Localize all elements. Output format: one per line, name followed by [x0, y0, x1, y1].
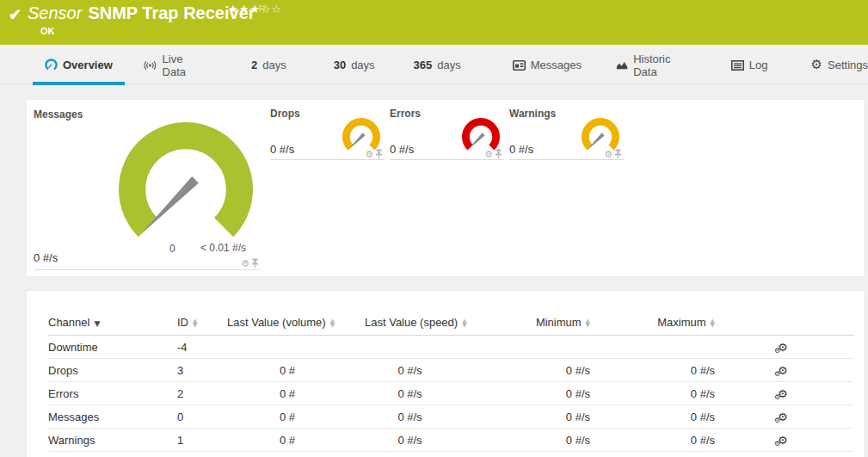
gauge-title: Errors — [390, 108, 421, 120]
broadcast-icon — [143, 59, 157, 71]
last-value-volume: 0 # — [227, 387, 348, 400]
gear-icon: ⚙ — [811, 59, 822, 71]
minimum-value: 0 #/s — [472, 434, 597, 447]
channel-name[interactable]: Messages — [48, 411, 177, 423]
channel-settings-icon[interactable]: ⚙ — [365, 150, 373, 159]
tab-label: days — [351, 59, 374, 71]
channel-id: 3 — [177, 364, 227, 377]
main-gauge — [119, 122, 253, 256]
gauge-scale-max: < 0.01 #/s — [200, 242, 246, 254]
overview-gauges-panel: Messages 0 < 0.01 #/s 0 #/s ⚙ Drops 0 #/… — [26, 99, 865, 277]
sort-icon[interactable]: ▲▼ — [330, 319, 335, 327]
maximum-value: 0 #/s — [597, 387, 722, 400]
col-header-last-value-speed[interactable]: Last Value (speed)▲▼ — [348, 316, 472, 329]
tab-number: 2 — [251, 59, 257, 71]
channel-name[interactable]: Warnings — [48, 434, 177, 447]
tab-messages[interactable]: Messages — [513, 45, 582, 84]
area-chart-icon — [616, 59, 628, 71]
priority-stars[interactable]: ★★★☆☆ — [228, 3, 282, 15]
sensor-status-bar: ✔ SensorSNMP Trap Receiver⚐ ★★★☆☆ OK — [0, 0, 868, 45]
gauge-title: Messages — [34, 108, 83, 120]
col-header-minimum[interactable]: Minimum▲▼ — [472, 316, 597, 329]
tab-historic-data[interactable]: Historic Data — [616, 45, 690, 84]
gauge-value: 0 #/s — [270, 143, 294, 156]
gauge-tile-errors[interactable]: Errors 0 #/s ⚙ — [390, 106, 504, 160]
pin-icon[interactable] — [614, 149, 622, 159]
gauge-value: 0 #/s — [509, 143, 533, 156]
channel-table-panel: Channel▼ ID▲▼ Last Value (volume)▲▼ Last… — [26, 290, 865, 457]
channel-settings-icon[interactable]: ⚙ — [604, 150, 613, 159]
last-value-speed: 0 #/s — [348, 434, 472, 447]
channel-id: -4 — [177, 341, 227, 354]
log-list-icon — [731, 60, 744, 71]
stars-filled: ★★★ — [228, 3, 261, 15]
sort-icon[interactable]: ▲▼ — [462, 319, 466, 327]
last-value-volume: 0 # — [227, 411, 348, 423]
tab-30-days[interactable]: 30 days — [334, 45, 375, 84]
col-header-channel[interactable]: Channel▼ — [48, 316, 177, 329]
maximum-value: 0 #/s — [597, 364, 722, 377]
table-row-errors: Errors 2 0 # 0 #/s 0 #/s 0 #/s ⚙⚙ — [48, 382, 853, 405]
tab-label: Log — [749, 59, 768, 71]
pin-icon[interactable] — [251, 258, 259, 269]
channel-id: 2 — [177, 387, 227, 400]
channel-name[interactable]: Downtime — [48, 341, 177, 354]
tab-label: days — [262, 59, 286, 71]
channel-name[interactable]: Drops — [48, 364, 177, 377]
last-value-speed: 0 #/s — [348, 364, 472, 377]
pin-icon[interactable] — [375, 149, 383, 159]
maximum-value: 0 #/s — [597, 411, 722, 423]
sort-desc-icon[interactable]: ▼ — [94, 319, 100, 328]
ok-check-icon: ✔ — [9, 5, 22, 24]
gauge-tile-warnings[interactable]: Warnings 0 #/s ⚙ — [509, 106, 624, 160]
tab-label: Messages — [531, 59, 582, 71]
tab-label: Live Data — [163, 52, 204, 78]
col-header-last-value-volume[interactable]: Last Value (volume)▲▼ — [227, 316, 348, 329]
col-header-id[interactable]: ID▲▼ — [177, 316, 227, 329]
edit-channel-icon[interactable]: ⚙⚙ — [778, 388, 788, 399]
channel-settings-icon[interactable]: ⚙ — [241, 259, 249, 269]
tab-label: Settings — [828, 59, 868, 71]
sort-icon[interactable]: ▲▼ — [711, 319, 715, 327]
tab-2-days[interactable]: 2 days — [251, 45, 286, 84]
stars-empty: ☆☆ — [261, 3, 282, 15]
channel-name[interactable]: Errors — [48, 387, 177, 400]
edit-channel-icon[interactable]: ⚙⚙ — [778, 435, 788, 446]
gauge-scale-min: 0 — [169, 243, 175, 255]
channel-settings-icon[interactable]: ⚙ — [484, 150, 493, 159]
sort-icon[interactable]: ▲▼ — [193, 319, 197, 327]
status-badge: OK — [40, 26, 55, 36]
gauge-title: Drops — [270, 108, 300, 120]
sort-icon[interactable]: ▲▼ — [586, 319, 590, 327]
pin-icon[interactable] — [495, 149, 502, 159]
edit-channel-icon[interactable]: ⚙⚙ — [778, 411, 788, 423]
channel-id: 0 — [177, 411, 227, 423]
gauge-tile-messages[interactable]: Messages 0 < 0.01 #/s 0 #/s ⚙ — [34, 107, 261, 270]
gauge-value: 0 #/s — [34, 251, 58, 264]
messages-icon — [513, 60, 526, 71]
table-row-downtime: Downtime -4 ⚙⚙ — [48, 336, 853, 359]
tab-settings[interactable]: ⚙ Settings — [811, 45, 868, 84]
last-value-volume: 0 # — [227, 434, 348, 447]
gauge-icon — [45, 59, 58, 71]
title-prefix: Sensor — [28, 3, 82, 22]
channel-id: 1 — [177, 434, 227, 447]
tab-log[interactable]: Log — [731, 45, 768, 84]
col-header-maximum[interactable]: Maximum▲▼ — [597, 316, 722, 329]
edit-channel-icon[interactable]: ⚙⚙ — [778, 342, 788, 353]
tab-live-data[interactable]: Live Data — [143, 45, 204, 84]
table-row-warnings: Warnings 1 0 # 0 #/s 0 #/s 0 #/s ⚙⚙ — [48, 429, 853, 452]
tab-bar: Overview Live Data 2 days 30 days 365 da… — [0, 45, 868, 84]
table-row-drops: Drops 3 0 # 0 #/s 0 #/s 0 #/s ⚙⚙ — [48, 359, 853, 382]
tab-overview[interactable]: Overview — [45, 45, 113, 84]
tab-label: days — [437, 59, 460, 71]
edit-channel-icon[interactable]: ⚙⚙ — [778, 365, 788, 376]
maximum-value: 0 #/s — [597, 434, 722, 447]
last-value-speed: 0 #/s — [348, 387, 472, 400]
gauge-tile-drops[interactable]: Drops 0 #/s ⚙ — [270, 106, 385, 160]
last-value-volume: 0 # — [227, 364, 348, 377]
tab-365-days[interactable]: 365 days — [414, 45, 461, 84]
last-value-speed: 0 #/s — [348, 411, 472, 423]
gauge-value: 0 #/s — [390, 143, 414, 156]
minimum-value: 0 #/s — [472, 387, 597, 400]
